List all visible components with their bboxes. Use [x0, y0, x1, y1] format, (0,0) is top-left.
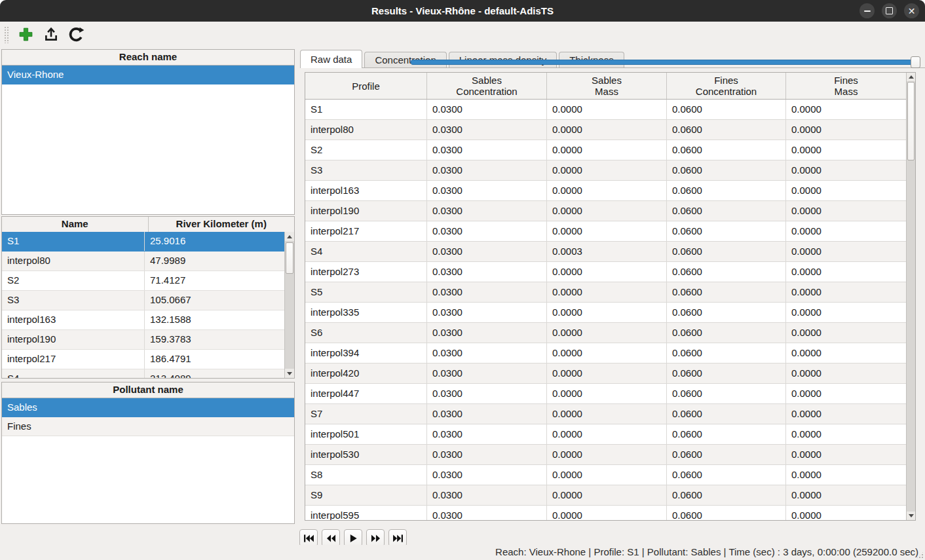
table-row[interactable]: S4213.4089	[2, 369, 284, 378]
scrollbar-thumb[interactable]	[286, 242, 293, 274]
table-row[interactable]: interpol5950.03000.00000.06000.0000	[305, 506, 906, 521]
profile-cell[interactable]: interpol273	[305, 262, 427, 282]
value-cell[interactable]: 0.0300	[427, 221, 547, 241]
table-row[interactable]: S70.03000.00000.06000.0000	[305, 404, 906, 424]
table-row[interactable]: interpol2170.03000.00000.06000.0000	[305, 221, 906, 242]
profile-cell[interactable]: S7	[305, 404, 427, 424]
table-row[interactable]: S30.03000.00000.06000.0000	[305, 160, 906, 181]
maximize-button[interactable]	[882, 3, 897, 18]
table-row[interactable]: interpol217186.4791	[2, 350, 284, 369]
value-cell[interactable]: 0.0000	[786, 485, 906, 505]
profile-cell[interactable]: S9	[305, 485, 427, 505]
value-cell[interactable]: 0.0000	[786, 120, 906, 140]
value-cell[interactable]: 0.0000	[786, 384, 906, 403]
profile-cell[interactable]: interpol217	[305, 221, 427, 241]
value-cell[interactable]: 0.0000	[547, 201, 667, 221]
skip-to-start-button[interactable]	[299, 529, 318, 547]
value-cell[interactable]: 0.0000	[547, 160, 667, 180]
scroll-down-icon[interactable]	[907, 512, 915, 520]
value-cell[interactable]: 0.0000	[786, 242, 906, 261]
table-row[interactable]: S60.03000.00000.06000.0000	[305, 323, 906, 343]
value-cell[interactable]: 0.0000	[786, 424, 906, 444]
profile-cell[interactable]: interpol530	[305, 445, 427, 464]
value-cell[interactable]: 0.0000	[786, 160, 906, 180]
table-row[interactable]: S125.9016	[2, 232, 284, 252]
pollutant-name-cell[interactable]: Fines	[2, 417, 31, 436]
value-cell[interactable]: 0.0000	[547, 282, 667, 302]
value-cell[interactable]: 0.0000	[547, 384, 667, 403]
profile-name-cell[interactable]: S3	[2, 291, 145, 310]
river-km-cell[interactable]: 213.4089	[145, 369, 284, 378]
value-cell[interactable]: 0.0300	[427, 303, 547, 322]
value-cell[interactable]: 0.0000	[547, 120, 667, 140]
table-row[interactable]: interpol4200.03000.00000.06000.0000	[305, 364, 906, 384]
table-row[interactable]: interpol3940.03000.00000.06000.0000	[305, 343, 906, 364]
data-table-scrollbar[interactable]	[906, 73, 915, 520]
profile-name-cell[interactable]: S1	[2, 232, 145, 251]
time-slider-track[interactable]	[411, 60, 916, 65]
value-cell[interactable]: 0.0000	[786, 506, 906, 521]
scroll-up-icon[interactable]	[907, 73, 915, 81]
skip-to-end-button[interactable]	[388, 529, 407, 547]
profile-cell[interactable]: S1	[305, 100, 427, 119]
river-km-cell[interactable]: 186.4791	[145, 350, 284, 369]
value-cell[interactable]: 0.0000	[786, 181, 906, 200]
value-cell[interactable]: 0.0300	[427, 485, 547, 505]
value-cell[interactable]: 0.0300	[427, 181, 547, 200]
minimize-button[interactable]	[859, 3, 875, 18]
profile-name-cell[interactable]: S4	[2, 369, 145, 378]
table-row[interactable]: interpol163132.1588	[2, 310, 284, 330]
refresh-button[interactable]	[68, 26, 85, 43]
value-cell[interactable]: 0.0000	[786, 465, 906, 485]
value-cell[interactable]: 0.0000	[786, 445, 906, 464]
value-cell[interactable]: 0.0300	[427, 140, 547, 160]
value-cell[interactable]: 0.0600	[667, 343, 786, 363]
value-cell[interactable]: 0.0600	[667, 323, 786, 343]
table-row[interactable]: S80.03000.00000.06000.0000	[305, 465, 906, 485]
value-cell[interactable]: 0.0600	[667, 364, 786, 383]
profile-cell[interactable]: S4	[305, 242, 427, 261]
profile-cell[interactable]: interpol420	[305, 364, 427, 383]
reach-name-cell[interactable]: Vieux-Rhone	[2, 65, 64, 84]
table-row[interactable]: S20.03000.00000.06000.0000	[305, 140, 906, 160]
value-cell[interactable]: 0.0600	[667, 384, 786, 403]
close-button[interactable]: ✕	[904, 3, 919, 18]
value-cell[interactable]: 0.0000	[786, 364, 906, 383]
value-cell[interactable]: 0.0300	[427, 262, 547, 282]
value-cell[interactable]: 0.0600	[667, 100, 786, 119]
value-cell[interactable]: 0.0600	[667, 140, 786, 160]
river-km-cell[interactable]: 71.4127	[145, 271, 284, 290]
river-km-cell[interactable]: 132.1588	[145, 310, 284, 329]
value-cell[interactable]: 0.0300	[427, 160, 547, 180]
value-cell[interactable]: 0.0600	[667, 303, 786, 322]
profile-cell[interactable]: interpol80	[305, 120, 427, 140]
table-row[interactable]: interpol1630.03000.00000.06000.0000	[305, 181, 906, 201]
value-cell[interactable]: 0.0000	[786, 282, 906, 302]
river-km-cell[interactable]: 47.9989	[145, 252, 284, 271]
value-cell[interactable]: 0.0600	[667, 445, 786, 464]
value-cell[interactable]: 0.0300	[427, 506, 547, 521]
value-cell[interactable]: 0.0300	[427, 445, 547, 464]
table-row[interactable]: interpol3350.03000.00000.06000.0000	[305, 303, 906, 323]
value-cell[interactable]: 0.0600	[667, 201, 786, 221]
profile-cell[interactable]: interpol394	[305, 343, 427, 363]
toolbar-drag-handle[interactable]	[4, 26, 9, 43]
value-cell[interactable]: 0.0600	[667, 120, 786, 140]
scroll-down-icon[interactable]	[285, 369, 294, 378]
profile-name-cell[interactable]: S2	[2, 271, 145, 290]
value-cell[interactable]: 0.0600	[667, 221, 786, 241]
value-cell[interactable]: 0.0000	[547, 181, 667, 200]
value-cell[interactable]: 0.0000	[547, 424, 667, 444]
title-bar[interactable]: Results - Vieux-Rhône - default-AdisTS ✕	[0, 0, 925, 22]
value-cell[interactable]: 0.0600	[667, 506, 786, 521]
table-row[interactable]: interpol2730.03000.00000.06000.0000	[305, 262, 906, 282]
value-cell[interactable]: 0.0000	[786, 100, 906, 119]
value-cell[interactable]: 0.0000	[786, 303, 906, 322]
value-cell[interactable]: 0.0600	[667, 160, 786, 180]
table-row[interactable]: interpol5300.03000.00000.06000.0000	[305, 445, 906, 465]
value-cell[interactable]: 0.0000	[547, 262, 667, 282]
export-button[interactable]	[43, 26, 60, 43]
table-row[interactable]: interpol5010.03000.00000.06000.0000	[305, 424, 906, 445]
profile-cell[interactable]: S2	[305, 140, 427, 160]
table-row[interactable]: interpol800.03000.00000.06000.0000	[305, 120, 906, 140]
